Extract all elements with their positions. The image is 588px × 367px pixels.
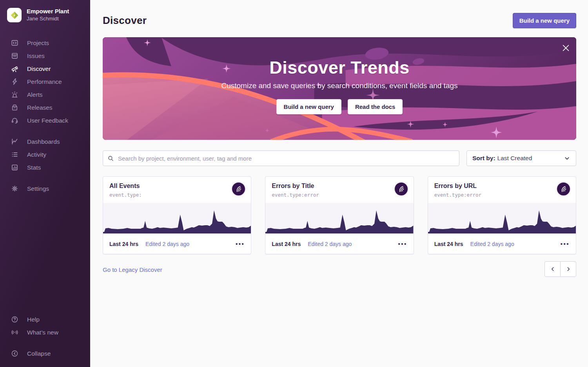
discover-trends-banner: Discover Trends Customize and save queri… [103,37,576,140]
sidebar-footer-nav: Help What’s new Collapse [0,313,90,360]
sidebar-item-help[interactable]: Help [0,313,90,326]
nav-divider-space [0,174,90,182]
projects-icon [11,39,18,47]
nav-divider-space [0,127,90,135]
avatar [394,182,408,196]
org-switcher[interactable]: Empower Plant Jane Schmidt [0,8,90,22]
sparkline-chart [428,203,576,233]
chevron-left-icon [550,266,556,272]
sidebar-item-label: Collapse [27,350,51,357]
sidebar-item-releases[interactable]: Releases [0,101,90,114]
pagination-prev-button[interactable] [544,261,561,277]
card-footer: Last 24 hrs Edited 2 days ago ••• [103,233,251,254]
sidebar-item-alerts[interactable]: Alerts [0,88,90,101]
sidebar-item-label: Projects [27,40,49,47]
sidebar-item-dashboards[interactable]: Dashboards [0,135,90,148]
sparkline-chart [265,203,413,233]
card-edited-link[interactable]: Edited 2 days ago [470,241,514,247]
sentry-logo-icon [397,185,405,193]
issues-icon [11,52,18,60]
sort-value: Last Created [497,155,532,162]
question-circle-icon [11,316,18,323]
chevron-right-icon [565,266,572,272]
org-avatar [7,8,22,22]
banner-read-docs-button[interactable]: Read the docs [348,99,403,114]
bar-chart-icon [11,164,18,171]
sidebar-item-user-feedback[interactable]: User Feedback [0,114,90,127]
sidebar-item-label: Discover [27,65,51,72]
sidebar-spacer [0,195,90,313]
saved-query-toolbar: Sort by: Last Created [103,150,576,166]
sidebar-item-activity[interactable]: Activity [0,148,90,161]
chevron-down-icon [564,155,570,162]
sidebar-item-label: What’s new [27,329,58,336]
search-icon [108,155,114,161]
legacy-discover-link[interactable]: Go to Legacy Discover [103,266,162,273]
query-card-all-events[interactable]: All Events event.type: Last 24 hrs [103,176,251,254]
card-menu-button[interactable]: ••• [398,241,407,247]
card-header: Errors by URL event.type:error [428,177,576,203]
sidebar-collapse-button[interactable]: Collapse [0,347,90,360]
query-card-errors-by-title[interactable]: Errors by Title event.type:error Las [265,176,414,254]
sidebar-item-label: Performance [27,78,62,85]
card-timeframe: Last 24 hrs [109,241,138,247]
banner-title: Discover Trends [269,58,410,78]
query-card-errors-by-url[interactable]: Errors by URL event.type:error Last [428,176,576,254]
card-menu-button[interactable]: ••• [561,241,570,247]
build-new-query-button[interactable]: Build a new query [513,13,576,28]
search-input[interactable] [117,155,454,162]
sidebar-item-performance[interactable]: Performance [0,75,90,88]
card-menu-button[interactable]: ••• [236,241,245,247]
card-timeframe: Last 24 hrs [434,241,463,247]
banner-build-query-button[interactable]: Build a new query [276,99,341,114]
empower-plant-logo-icon [10,11,19,20]
sidebar-item-label: Settings [27,185,49,192]
sidebar-item-issues[interactable]: Issues [0,49,90,62]
page-header: Discover Build a new query [103,0,576,37]
card-title: Errors by URL [434,183,570,190]
main-content: Discover Build a new query [90,0,588,367]
sparkline-area [265,210,413,233]
card-title: Errors by Title [272,183,407,190]
line-chart-icon [11,138,18,145]
sidebar-item-discover[interactable]: Discover [0,62,90,75]
banner-subtitle: Customize and save queries by search con… [221,81,457,90]
sidebar-item-settings[interactable]: Settings [0,182,90,195]
close-icon [563,45,569,51]
card-header: Errors by Title event.type:error [265,177,413,203]
card-header: All Events event.type: [103,177,251,203]
card-query: event.type: [109,192,245,198]
card-edited-link[interactable]: Edited 2 days ago [308,241,352,247]
card-footer: Last 24 hrs Edited 2 days ago ••• [428,233,576,254]
sidebar-item-stats[interactable]: Stats [0,161,90,174]
card-edited-link[interactable]: Edited 2 days ago [145,241,189,247]
card-timeframe: Last 24 hrs [272,241,301,247]
banner-content: Discover Trends Customize and save queri… [103,37,576,140]
pagination-next-button[interactable] [560,261,576,277]
headset-icon [11,117,18,124]
telescope-icon [11,65,18,72]
sidebar-item-label: Alerts [27,91,43,98]
sidebar-item-label: Issues [27,52,45,60]
sidebar-item-projects[interactable]: Projects [0,36,90,49]
card-query: event.type:error [272,192,407,198]
bottom-row: Go to Legacy Discover [103,261,576,277]
card-query: event.type:error [434,192,570,198]
sidebar-item-label: Help [27,316,40,323]
gear-icon [11,185,18,192]
sidebar-item-label: Releases [27,104,53,111]
nav-divider-space [0,339,90,347]
sidebar-item-whats-new[interactable]: What’s new [0,326,90,339]
chevron-left-circle-icon [11,350,18,357]
search-box[interactable] [103,150,459,166]
sparkline-area [103,210,251,233]
sparkline-area [428,210,576,233]
sidebar-item-label: Activity [27,151,46,158]
pagination [544,261,576,277]
user-name: Jane Schmidt [27,16,69,22]
avatar [556,182,571,196]
sidebar-item-label: Stats [27,164,41,171]
page-title: Discover [103,14,147,27]
banner-close-button[interactable] [561,43,570,52]
sort-dropdown[interactable]: Sort by: Last Created [466,150,576,166]
